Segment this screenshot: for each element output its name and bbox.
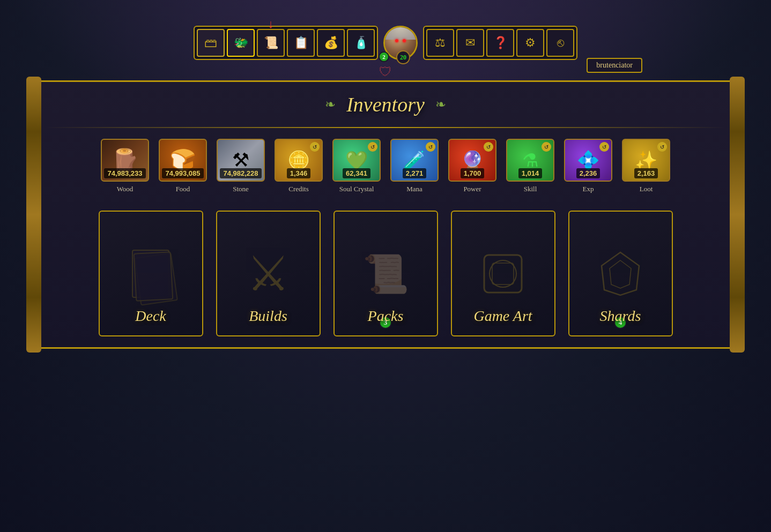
exp-count: 2,236: [576, 168, 601, 178]
bottle-symbol: 🧴: [354, 36, 368, 50]
title-area: ❧ Inventory ❧: [45, 93, 726, 116]
resources-row: 🪵 74,983,233 Wood 🍞 74,993,085 Food ⚒ 74…: [45, 139, 726, 193]
mana-label: Mana: [406, 185, 422, 193]
category-game-art[interactable]: Game Art: [451, 211, 555, 336]
resource-power[interactable]: ↺ 🔮 1,700 Power: [448, 139, 496, 193]
category-shards[interactable]: Shards 4: [568, 211, 673, 336]
nav-scale-icon[interactable]: ⚖: [426, 29, 454, 57]
skill-icon: ↺ ⚗ 1,014: [506, 139, 554, 182]
logout-symbol: ⎋: [557, 36, 564, 50]
nav-book-icon[interactable]: 📋: [287, 29, 315, 57]
red-arrow-indicator: ↓: [268, 17, 274, 31]
chest-symbol: 🗃: [204, 35, 217, 50]
title-divider: [45, 127, 726, 128]
category-deck[interactable]: Deck: [99, 211, 203, 336]
nav-scroll-container: 📜 ↓: [257, 29, 285, 57]
stone-icon: ⚒ 74,982,228: [217, 139, 265, 182]
builds-label: Builds: [249, 308, 287, 325]
nav-logout-icon[interactable]: ⎋: [546, 29, 574, 57]
avatar-hair: [385, 27, 416, 40]
inventory-title: Inventory: [346, 93, 425, 116]
loot-count: 2,163: [634, 168, 658, 178]
inventory-panel: ❧ Inventory ❧ 🪵 74,983,233 Wood 🍞 74,993…: [32, 80, 739, 349]
gems-badge: 20: [400, 54, 406, 62]
packs-label: Packs: [368, 308, 404, 325]
wood-count: 74,983,233: [104, 168, 145, 178]
level-badge: 2: [379, 51, 389, 62]
food-label: Food: [176, 185, 190, 193]
soul-crystal-icon: ↺ 💚 62,341: [332, 139, 381, 182]
nav-settings-icon[interactable]: ⚙: [516, 29, 544, 57]
resource-credits[interactable]: ↺ 🪙 1,346 Credits: [275, 139, 323, 193]
wood-icon: 🪵 74,983,233: [101, 139, 149, 182]
nav-icons-left: 🗃 🐲 📜 ↓ 📋 💰 🧴: [194, 26, 378, 60]
resource-soul-crystal[interactable]: ↺ 💚 62,341 Soul Crystal: [332, 139, 381, 193]
resource-exp[interactable]: ↺ 💠 2,236 Exp: [564, 139, 612, 193]
main-container: 🗃 🐲 📜 ↓ 📋 💰 🧴: [32, 21, 739, 516]
resource-loot[interactable]: ↺ ✨ 2,163 Loot: [622, 139, 670, 193]
category-packs[interactable]: 📜 Packs 3: [333, 211, 438, 336]
panel-column-left: [26, 77, 41, 353]
ornament-right-icon: ❧: [435, 97, 446, 112]
scale-symbol: ⚖: [435, 36, 446, 50]
svg-marker-3: [602, 252, 639, 295]
soul-crystal-label: Soul Crystal: [339, 185, 374, 193]
book-symbol: 📋: [294, 36, 308, 50]
power-count: 1,700: [461, 168, 485, 178]
nav-sack-icon[interactable]: 💰: [317, 29, 345, 57]
avatar-eyes: [395, 39, 406, 42]
sack-symbol: 💰: [324, 36, 338, 50]
credits-count: 1,346: [287, 168, 311, 178]
settings-symbol: ⚙: [525, 36, 536, 50]
avatar-left-eye: [395, 39, 398, 42]
food-count: 74,993,085: [162, 168, 203, 178]
food-icon: 🍞 74,993,085: [159, 139, 207, 182]
nav-bottle-icon[interactable]: 🧴: [347, 29, 375, 57]
nav-scroll-icon[interactable]: 📜: [257, 29, 285, 57]
skill-count: 1,014: [518, 168, 543, 178]
power-icon: ↺ 🔮 1,700: [448, 139, 496, 182]
resource-stone[interactable]: ⚒ 74,982,228 Stone: [217, 139, 265, 193]
stone-count: 74,982,228: [220, 168, 261, 178]
username-badge: brutenciator: [587, 58, 642, 73]
resource-mana[interactable]: ↺ 🧪 2,271 Mana: [390, 139, 439, 193]
gems-container: 20: [396, 50, 410, 64]
title-ornament: ❧ Inventory ❧: [325, 93, 446, 116]
power-label: Power: [463, 185, 481, 193]
loot-icon: ↺ ✨ 2,163: [622, 139, 670, 182]
shield-heart-icon: 🛡: [379, 64, 392, 79]
mail-symbol: ✉: [465, 36, 475, 50]
svg-point-1: [490, 260, 516, 287]
nav-chest-icon[interactable]: 🗃: [197, 29, 225, 57]
credits-icon: ↺ 🪙 1,346: [275, 139, 323, 182]
mana-count: 2,271: [403, 168, 427, 178]
status-bar: 🛡: [379, 64, 392, 79]
resource-food[interactable]: 🍞 74,993,085 Food: [159, 139, 207, 193]
ornament-left-icon: ❧: [325, 97, 336, 112]
gameart-label: Game Art: [473, 308, 532, 325]
wood-label: Wood: [117, 185, 134, 193]
nav-help-icon[interactable]: ❓: [486, 29, 514, 57]
nav-mail-icon[interactable]: ✉: [456, 29, 484, 57]
nav-dragon-icon[interactable]: 🐲: [227, 29, 255, 57]
svg-rect-2: [492, 263, 514, 284]
mana-icon: ↺ 🧪 2,271: [390, 139, 439, 182]
credits-label: Credits: [288, 185, 309, 193]
nav-wrapper: 🗃 🐲 📜 ↓ 📋 💰 🧴: [32, 21, 739, 64]
soul-crystal-count: 62,341: [343, 168, 370, 178]
help-symbol: ❓: [493, 36, 508, 50]
panel-column-right: [730, 77, 745, 353]
shards-label: Shards: [600, 308, 641, 325]
avatar-right-eye: [403, 39, 406, 42]
deck-label: Deck: [135, 308, 166, 325]
avatar-container: 2 20: [381, 26, 420, 60]
stone-label: Stone: [233, 185, 249, 193]
exp-icon: ↺ 💠 2,236: [564, 139, 612, 182]
category-builds[interactable]: ⚔ Builds: [216, 211, 321, 336]
dragon-symbol: 🐲: [234, 36, 248, 50]
svg-marker-4: [610, 260, 631, 288]
resource-wood[interactable]: 🪵 74,983,233 Wood: [101, 139, 149, 193]
resource-skill[interactable]: ↺ ⚗ 1,014 Skill: [506, 139, 554, 193]
skill-label: Skill: [524, 185, 537, 193]
nav-book-container: 🐲: [227, 29, 255, 57]
